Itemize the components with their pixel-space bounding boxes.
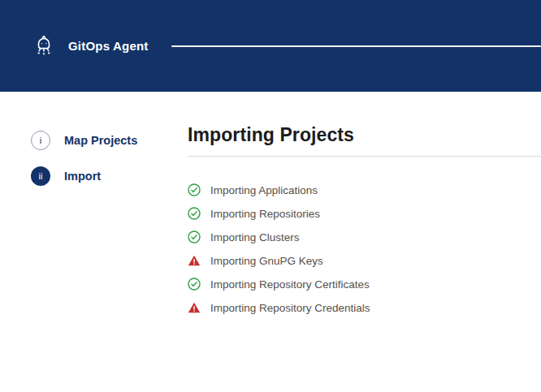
warning-triangle-icon	[188, 301, 201, 314]
step-2-indicator: ii	[31, 166, 50, 186]
check-circle-icon	[188, 183, 201, 196]
title-divider	[188, 156, 541, 157]
step-1-indicator: i	[31, 131, 50, 150]
check-circle-icon	[188, 230, 201, 243]
page-body: i Map Projects ii Import Importing Proje…	[0, 92, 541, 325]
import-status-row: Importing Repository Credentials	[188, 301, 541, 314]
import-item-label: Importing Repository Certificates	[210, 278, 370, 291]
app-header: GitOps Agent	[0, 0, 541, 92]
warning-triangle-icon	[188, 254, 201, 267]
step-navigation: i Map Projects ii Import	[0, 92, 188, 325]
import-item-label: Importing Repository Credentials	[210, 302, 370, 314]
step-import[interactable]: ii Import	[31, 166, 188, 186]
import-item-label: Importing Applications	[210, 184, 318, 196]
import-status-list: Importing Applications Importing Reposit…	[188, 183, 541, 314]
octopus-logo-icon	[31, 33, 57, 59]
import-status-row: Importing Repository Certificates	[188, 278, 541, 291]
app-title: GitOps Agent	[68, 39, 149, 53]
check-circle-icon	[188, 278, 201, 291]
import-status-row: Importing Clusters	[188, 230, 541, 243]
import-status-row: Importing Applications	[188, 183, 541, 196]
step-map-projects[interactable]: i Map Projects	[31, 131, 188, 150]
import-status-row: Importing Repositories	[188, 207, 541, 220]
import-item-label: Importing Clusters	[210, 231, 300, 243]
header-divider-line	[171, 45, 541, 47]
step-2-label: Import	[64, 170, 101, 183]
import-item-label: Importing GnuPG Keys	[210, 255, 323, 267]
import-status-row: Importing GnuPG Keys	[188, 254, 541, 267]
page-title: Importing Projects	[188, 124, 541, 146]
step-1-label: Map Projects	[64, 134, 137, 147]
import-item-label: Importing Repositories	[210, 208, 320, 220]
check-circle-icon	[188, 207, 201, 220]
main-panel: Importing Projects Importing Application…	[188, 92, 541, 325]
